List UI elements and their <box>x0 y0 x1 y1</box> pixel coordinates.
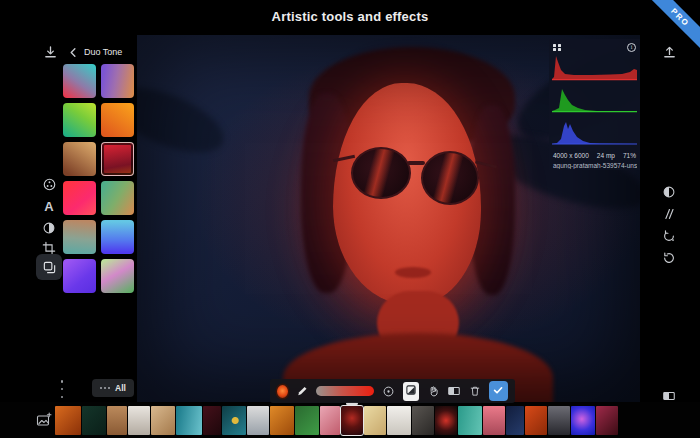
library-filter-label: All <box>115 383 126 393</box>
zoom-level: 71% <box>623 152 636 159</box>
image-megapixels: 24 mp <box>597 152 615 159</box>
adjustments-button[interactable] <box>660 205 678 223</box>
filmstrip-thumb-pink-sunset[interactable] <box>483 406 505 435</box>
retouch-tool-button[interactable] <box>39 218 59 238</box>
duotone-swatch-grid <box>63 64 134 293</box>
brush-icon[interactable] <box>296 385 308 397</box>
redo-clock-icon <box>662 229 676 243</box>
crop-icon <box>42 241 56 255</box>
half-circle-icon <box>42 221 56 235</box>
back-button[interactable] <box>66 45 80 59</box>
filmstrip-thumb-green-bird[interactable] <box>295 406 319 435</box>
import-button[interactable] <box>41 43 59 61</box>
duotone-swatch-violet[interactable] <box>63 259 96 293</box>
filmstrip <box>55 406 618 435</box>
apply-button[interactable] <box>489 381 508 401</box>
duotone-swatch-purple-orange[interactable] <box>101 64 134 98</box>
filmstrip-thumb-teal-houses[interactable] <box>458 406 482 435</box>
duotone-swatch-teal-amber[interactable] <box>101 181 134 215</box>
duotone-swatch-sky-indigo[interactable] <box>101 220 134 254</box>
filmstrip-thumb-dark-forest[interactable] <box>82 406 106 435</box>
filmstrip-thumb-tan-building[interactable] <box>107 406 127 435</box>
filmstrip-thumb-autumn[interactable] <box>270 406 294 435</box>
add-photo-button[interactable] <box>35 411 53 429</box>
filmstrip-thumb-red-glow[interactable] <box>435 406 457 435</box>
before-after-icon[interactable] <box>447 384 461 398</box>
double-slash-icon <box>662 207 676 221</box>
mask-button[interactable] <box>660 183 678 201</box>
duotone-swatch-red-teal[interactable] <box>63 64 96 98</box>
filmstrip-thumb-yellow-room[interactable] <box>364 406 386 435</box>
duotone-swatch-crimson[interactable] <box>101 142 134 176</box>
history-button[interactable] <box>660 227 678 245</box>
duotone-swatch-orange[interactable] <box>101 103 134 137</box>
chevron-left-icon <box>68 47 79 58</box>
text-tool-button[interactable]: A <box>39 196 59 216</box>
image-stats-row: 4000 x 6000 24 mp 71% <box>552 152 637 159</box>
duotone-mode-button[interactable] <box>403 382 419 401</box>
filmstrip-thumb-ocean-aerial[interactable] <box>176 406 202 435</box>
filmstrip-thumb-teal-fish[interactable] <box>222 406 246 435</box>
filmstrip-thumb-gray-mountain[interactable] <box>548 406 570 435</box>
duotone-swatch-tan-teal[interactable] <box>63 220 96 254</box>
split-square-icon <box>405 382 417 400</box>
library-filter-pill[interactable]: All <box>92 379 134 397</box>
filmstrip-thumb-orange-pattern[interactable] <box>525 406 547 435</box>
trash-icon[interactable] <box>469 385 481 397</box>
duotone-swatch-pink-green[interactable] <box>101 259 134 293</box>
photo-editor-app: Artistic tools and effects PRO A <box>0 0 700 438</box>
histogram-green <box>552 86 637 117</box>
more-options-button[interactable] <box>58 380 66 398</box>
layers-icon <box>42 260 57 275</box>
filmstrip-thumb-jellyfish[interactable] <box>571 406 595 435</box>
image-dimensions: 4000 x 6000 <box>553 152 589 159</box>
circle-dot-icon[interactable] <box>382 385 395 398</box>
layers-tool-button[interactable] <box>36 254 62 280</box>
undo-button[interactable] <box>660 249 678 267</box>
undo-icon <box>662 251 676 265</box>
filmstrip-thumb-red-portrait[interactable] <box>341 406 363 435</box>
page-title: Artistic tools and effects <box>0 9 700 24</box>
hand-tool-icon[interactable] <box>427 385 439 397</box>
filmstrip-thumb-beige-wall[interactable] <box>151 406 175 435</box>
duotone-swatch-green-lime[interactable] <box>63 103 96 137</box>
duotone-swatch-copper[interactable] <box>63 142 96 176</box>
add-photo-icon <box>36 412 52 428</box>
compare-icon <box>662 389 676 403</box>
histogram-panel: i 4000 x 6000 24 mp 71% agung-pratama <box>549 39 640 170</box>
duotone-panel-title: Duo Tone <box>84 47 122 57</box>
histogram-blue <box>552 118 637 149</box>
text-tool-icon: A <box>44 200 53 213</box>
filmstrip-thumb-gray-person[interactable] <box>412 406 434 435</box>
duotone-toolbar <box>270 379 515 403</box>
checkmark-icon <box>492 382 504 400</box>
filmstrip-thumb-white-interior[interactable] <box>387 406 411 435</box>
filmstrip-thumb-red-flower[interactable] <box>596 406 618 435</box>
contrast-circle-icon <box>662 185 676 199</box>
info-icon[interactable]: i <box>627 43 636 52</box>
intensity-slider[interactable] <box>316 386 374 396</box>
radial-gradient-button[interactable] <box>277 385 288 398</box>
filters-tool-button[interactable] <box>39 174 59 194</box>
histogram-grid-icon[interactable] <box>553 44 561 52</box>
duotone-swatch-hot-pink[interactable] <box>63 181 96 215</box>
filmstrip-thumb-statue[interactable] <box>247 406 269 435</box>
filter-dots-icon <box>100 387 110 389</box>
filter-wheel-icon <box>42 177 57 192</box>
filmstrip-thumb-dark-maroon[interactable] <box>203 406 221 435</box>
filmstrip-thumb-pink-flower[interactable] <box>320 406 340 435</box>
filmstrip-thumb-fire[interactable] <box>55 406 81 435</box>
filmstrip-thumb-white-portrait[interactable] <box>128 406 150 435</box>
filmstrip-thumb-dark-blue[interactable] <box>506 406 524 435</box>
upload-icon <box>662 45 677 60</box>
image-filename: agung-pratamah-539574-unspla... <box>552 162 637 169</box>
download-icon <box>43 45 58 60</box>
export-button[interactable] <box>660 43 678 61</box>
histogram-red <box>552 54 637 85</box>
